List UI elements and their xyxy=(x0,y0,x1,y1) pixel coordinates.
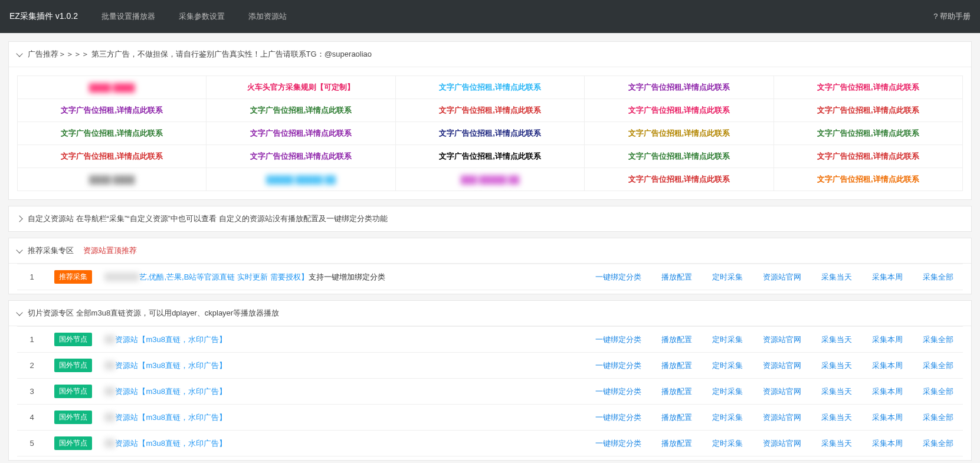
source-name-link[interactable]: 资源站【m3u8直链，水印广告】 xyxy=(115,439,227,448)
action-source-site[interactable]: 资源站官网 xyxy=(763,387,801,396)
action-collect-week[interactable]: 采集本周 xyxy=(872,439,903,448)
row-tag: 国外节点 xyxy=(54,359,92,372)
action-collect-week[interactable]: 采集本周 xyxy=(872,387,903,396)
action-play-config[interactable]: 播放配置 xyxy=(661,272,692,281)
action-collect-all[interactable]: 采集全部 xyxy=(923,439,953,448)
row-index: 5 xyxy=(17,431,47,457)
row-tag-cell: 国外节点 xyxy=(47,353,100,379)
ad-cell[interactable]: 文字广告位招租,详情点此联系 xyxy=(585,168,773,191)
ad-cell[interactable]: 文字广告位招租,详情点此联系 xyxy=(773,145,962,168)
ad-cell[interactable]: 文字广告位招租,详情点此联系 xyxy=(773,168,962,191)
blurred-text: ████ ██ xyxy=(104,272,139,281)
action-timer-collect[interactable]: 定时采集 xyxy=(712,439,743,448)
ad-cell[interactable]: 文字广告位招租,详情点此联系 xyxy=(585,76,773,99)
source-name-link[interactable]: 资源站【m3u8直链，水印广告】 xyxy=(115,335,227,344)
action-bind-category[interactable]: 一键绑定分类 xyxy=(595,439,641,448)
action-collect-all[interactable]: 采集全部 xyxy=(923,413,953,422)
source-name-link[interactable]: 艺,优酷,芒果,B站等官源直链 实时更新 需要授权】 xyxy=(139,272,309,281)
action-collect-week[interactable]: 采集本周 xyxy=(872,335,903,344)
row-actions: 一键绑定分类播放配置定时采集资源站官网采集当天采集本周采集全部 xyxy=(316,327,963,353)
action-collect-all[interactable]: 采集全部 xyxy=(923,361,953,370)
ad-cell[interactable]: 文字广告位招租,详情点此联系 xyxy=(207,122,395,145)
blurred-text: ██ xyxy=(104,361,115,370)
ad-cell[interactable]: 文字广告位招租,详情点此联系 xyxy=(585,99,773,122)
action-timer-collect[interactable]: 定时采集 xyxy=(712,272,743,281)
action-bind-category[interactable]: 一键绑定分类 xyxy=(595,335,641,344)
ad-cell[interactable]: █████ █████ ██ xyxy=(207,168,395,191)
ad-cell[interactable]: 文字广告位招租,详情点此联系 xyxy=(18,122,207,145)
action-play-config[interactable]: 播放配置 xyxy=(661,387,692,396)
action-bind-category[interactable]: 一键绑定分类 xyxy=(595,361,641,370)
m3u8-panel-header[interactable]: 切片资源专区 全部m3u8直链资源，可以用dplayer、ckplayer等播放… xyxy=(9,301,971,326)
table-row: 5国外节点██资源站【m3u8直链，水印广告】一键绑定分类播放配置定时采集资源站… xyxy=(17,431,963,457)
row-actions: 一键绑定分类播放配置定时采集资源站官网采集当天采集本周采集全部 xyxy=(316,405,963,431)
action-collect-week[interactable]: 采集本周 xyxy=(872,272,903,281)
action-play-config[interactable]: 播放配置 xyxy=(661,335,692,344)
ad-cell[interactable]: 文字广告位招租,详情点此联系 xyxy=(395,76,584,99)
source-name-link[interactable]: 资源站【m3u8直链，水印广告】 xyxy=(115,361,227,370)
action-bind-category[interactable]: 一键绑定分类 xyxy=(595,413,641,422)
ad-cell[interactable]: 文字广告位招租,详情点此联系 xyxy=(395,145,584,168)
nav-add-source[interactable]: 添加资源站 xyxy=(248,11,287,22)
ad-cell[interactable]: 文字广告位招租,详情点此联系 xyxy=(585,145,773,168)
action-collect-today[interactable]: 采集当天 xyxy=(821,387,852,396)
custom-source-panel: 自定义资源站 在导航栏“采集”“自定义资源”中也可以查看 自定义的资源站没有播放… xyxy=(8,206,972,232)
row-tag-cell: 国外节点 xyxy=(47,431,100,457)
ad-cell[interactable]: 文字广告位招租,详情点此联系 xyxy=(585,122,773,145)
action-play-config[interactable]: 播放配置 xyxy=(661,413,692,422)
action-bind-category[interactable]: 一键绑定分类 xyxy=(595,387,641,396)
action-bind-category[interactable]: 一键绑定分类 xyxy=(595,272,641,281)
action-collect-all[interactable]: 采集全部 xyxy=(923,272,953,281)
row-actions: 一键绑定分类播放配置定时采集资源站官网采集当天采集本周采集全部 xyxy=(316,353,963,379)
source-name-link[interactable]: 资源站【m3u8直链，水印广告】 xyxy=(115,387,227,396)
action-play-config[interactable]: 播放配置 xyxy=(661,361,692,370)
action-timer-collect[interactable]: 定时采集 xyxy=(712,361,743,370)
table-row: 3国外节点██资源站【m3u8直链，水印广告】一键绑定分类播放配置定时采集资源站… xyxy=(17,379,963,405)
recommend-panel-header[interactable]: 推荐采集专区 资源站置顶推荐 xyxy=(9,238,971,264)
nav-collect-params[interactable]: 采集参数设置 xyxy=(179,11,225,22)
row-tag-cell: 国外节点 xyxy=(47,405,100,431)
ad-cell[interactable]: 火车头官方采集规则【可定制】 xyxy=(207,76,395,99)
action-source-site[interactable]: 资源站官网 xyxy=(763,361,801,370)
row-tag: 国外节点 xyxy=(54,436,92,450)
ad-cell[interactable]: 文字广告位招租,详情点此联系 xyxy=(395,99,584,122)
ad-cell[interactable]: 文字广告位招租,详情点此联系 xyxy=(773,122,962,145)
ad-cell[interactable]: 文字广告位招租,详情点此联系 xyxy=(207,99,395,122)
action-collect-today[interactable]: 采集当天 xyxy=(821,335,852,344)
action-source-site[interactable]: 资源站官网 xyxy=(763,439,801,448)
action-timer-collect[interactable]: 定时采集 xyxy=(712,335,743,344)
action-collect-today[interactable]: 采集当天 xyxy=(821,413,852,422)
ad-cell[interactable]: ███ █████ ██ xyxy=(395,168,584,191)
action-timer-collect[interactable]: 定时采集 xyxy=(712,387,743,396)
action-source-site[interactable]: 资源站官网 xyxy=(763,272,801,281)
action-source-site[interactable]: 资源站官网 xyxy=(763,413,801,422)
action-timer-collect[interactable]: 定时采集 xyxy=(712,413,743,422)
ad-cell[interactable]: 文字广告位招租,详情点此联系 xyxy=(18,145,207,168)
ad-cell[interactable]: 文字广告位招租,详情点此联系 xyxy=(18,99,207,122)
action-play-config[interactable]: 播放配置 xyxy=(661,439,692,448)
action-collect-today[interactable]: 采集当天 xyxy=(821,272,852,281)
blurred-text: ██ xyxy=(104,413,115,422)
nav-batch-player[interactable]: 批量设置播放器 xyxy=(101,11,155,22)
action-source-site[interactable]: 资源站官网 xyxy=(763,335,801,344)
help-link[interactable]: ? 帮助手册 xyxy=(933,11,971,22)
ad-cell[interactable]: 文字广告位招租,详情点此联系 xyxy=(773,99,962,122)
ad-cell[interactable]: 文字广告位招租,详情点此联系 xyxy=(395,122,584,145)
ads-panel: 广告推荐＞＞＞＞ 第三方广告，不做担保，请自行鉴别广告真实性！上广告请联系TG：… xyxy=(8,41,972,200)
action-collect-week[interactable]: 采集本周 xyxy=(872,361,903,370)
action-collect-all[interactable]: 采集全部 xyxy=(923,387,953,396)
ad-cell[interactable]: 文字广告位招租,详情点此联系 xyxy=(207,145,395,168)
ad-cell[interactable]: ████ ████ xyxy=(18,168,207,191)
action-collect-week[interactable]: 采集本周 xyxy=(872,413,903,422)
source-name-link[interactable]: 资源站【m3u8直链，水印广告】 xyxy=(115,413,227,422)
row-index: 1 xyxy=(17,327,47,353)
action-collect-today[interactable]: 采集当天 xyxy=(821,439,852,448)
ad-cell[interactable]: 文字广告位招租,详情点此联系 xyxy=(773,76,962,99)
ad-cell[interactable]: ████ ████ xyxy=(18,76,207,99)
ads-panel-header[interactable]: 广告推荐＞＞＞＞ 第三方广告，不做担保，请自行鉴别广告真实性！上广告请联系TG：… xyxy=(9,42,971,67)
row-desc: ██资源站【m3u8直链，水印广告】 xyxy=(100,353,316,379)
recommend-panel: 推荐采集专区 资源站置顶推荐 1推荐采集████ ██艺,优酷,芒果,B站等官源… xyxy=(8,238,972,294)
action-collect-all[interactable]: 采集全部 xyxy=(923,335,953,344)
action-collect-today[interactable]: 采集当天 xyxy=(821,361,852,370)
custom-source-header[interactable]: 自定义资源站 在导航栏“采集”“自定义资源”中也可以查看 自定义的资源站没有播放… xyxy=(9,206,971,231)
